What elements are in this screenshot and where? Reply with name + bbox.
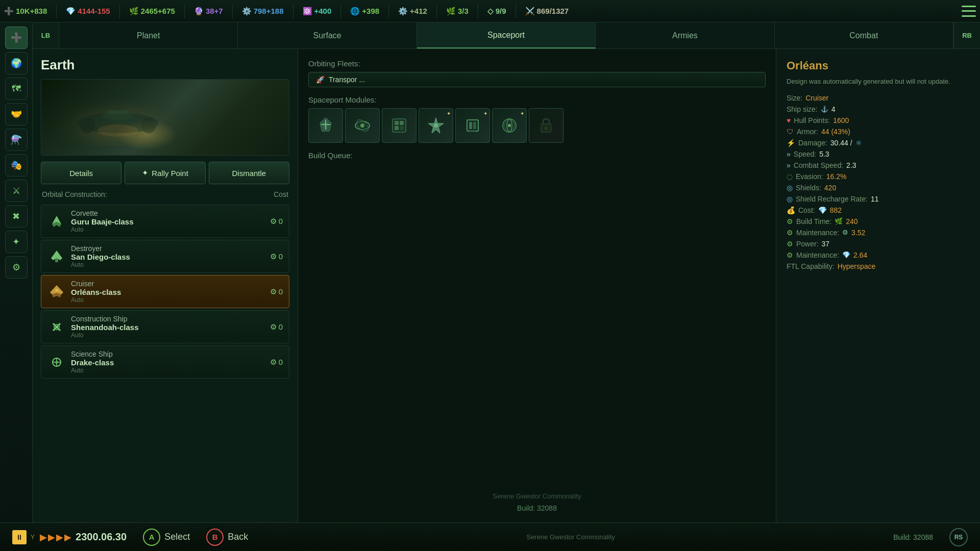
faction-name: Serene Gwestor Commonality [526, 533, 615, 541]
cruiser-info: Cruiser Orléans-class Auto [71, 280, 265, 304]
tab-lb[interactable]: LB [33, 22, 59, 48]
tab-armies[interactable]: Armies [596, 22, 774, 48]
unity-icon: ⚙️ [242, 7, 252, 16]
top-bar-right [962, 6, 976, 17]
sidebar-item-masks[interactable]: 🎭 [5, 154, 28, 177]
arrow-2: ▶ [48, 532, 55, 543]
destroyer-cost: ⚙ 0 [270, 252, 283, 261]
svg-rect-38 [469, 122, 472, 129]
arrow-1: ▶ [40, 532, 47, 543]
fleet-item[interactable]: 🚀 Transpor ... [308, 72, 766, 87]
module-icons: ✦ ✦ [308, 108, 766, 143]
resource-influence: 🔮 38+7 [194, 7, 223, 16]
select-button[interactable]: A Select [143, 529, 190, 546]
tab-combat[interactable]: Combat [775, 22, 953, 48]
detail-armor: 🛡 Armor: 44 (43%) [787, 128, 970, 136]
resource-fleet: ⚔️ 869/1327 [525, 7, 569, 16]
rally-point-button[interactable]: ✦ Rally Point [125, 162, 205, 184]
bottom-right: RS [949, 528, 968, 546]
construction-item-construction-ship[interactable]: Construction Ship Shenandoah-class Auto … [41, 310, 289, 343]
construction-item-corvette[interactable]: Corvette Guru Baaje-class Auto ⚙ 0 [41, 205, 289, 238]
svg-rect-4 [108, 110, 128, 114]
center-panel: Orbiting Fleets: 🚀 Transpor ... Spacepor… [298, 49, 776, 522]
dismantle-button[interactable]: Dismantle [209, 162, 289, 184]
construction-item-destroyer[interactable]: Destroyer San Diego-class Auto ⚙ 0 [41, 240, 289, 273]
module-star-3: ✦ [447, 111, 451, 116]
svg-point-5 [80, 118, 95, 133]
sidebar-item-stars[interactable]: ✦ [5, 231, 28, 253]
construction-header: Orbital Construction: Cost [41, 190, 289, 198]
planet-title: Earth [41, 57, 289, 73]
construction-item-science-ship[interactable]: Science Ship Drake-class Auto ⚙ 0 [41, 345, 289, 379]
resource-food: 🌐 +398 [350, 7, 379, 16]
module-1[interactable] [345, 108, 380, 143]
pops-icon: 🌿 [446, 7, 456, 16]
construction-item-cruiser[interactable]: Cruiser Orléans-class Auto ⚙ 0 [41, 275, 289, 308]
sidebar-item-add[interactable]: ➕ [5, 27, 28, 49]
cruiser-icon [47, 283, 66, 301]
tab-spaceport[interactable]: Spaceport [417, 22, 596, 48]
sidebar-item-planet[interactable]: 🌍 [5, 52, 28, 74]
sidebar-item-crossed[interactable]: ✖ [5, 205, 28, 228]
detail-evasion: ◌ Evasion: 16.2% [787, 172, 970, 181]
pause-icon[interactable]: ⏸ [12, 530, 27, 544]
detail-shields: ◎ Shields: 420 [787, 184, 970, 192]
sidebar-item-map[interactable]: 🗺 [5, 78, 28, 100]
action-buttons: Details ✦ Rally Point Dismantle [41, 162, 289, 184]
rally-point-icon: ✦ [142, 168, 149, 178]
module-5[interactable]: ✦ [492, 108, 527, 143]
influence-icon: 🔮 [194, 7, 204, 16]
center-footer: Serene Gwestor Commonality Build: 32088 [308, 492, 766, 512]
svg-rect-30 [393, 119, 406, 132]
build-value: Build: 32088 [308, 504, 766, 512]
resource-pops: 🌿 3/3 [446, 7, 469, 16]
game-date: 2300.06.30 [76, 531, 127, 543]
tab-surface[interactable]: Surface [238, 22, 416, 48]
svg-rect-37 [467, 120, 478, 131]
production-icon: ⚙️ [398, 7, 408, 16]
module-4[interactable]: ✦ [455, 108, 490, 143]
health-icon: ➕ [4, 7, 14, 16]
top-bar: ➕ 10K+838 💎 4144-155 🌿 2465+675 🔮 38+7 ⚙… [0, 0, 980, 22]
svg-rect-34 [400, 126, 404, 130]
tab-rb[interactable]: RB [953, 22, 980, 48]
cost-icon: ⚙ [270, 217, 277, 226]
sidebar-item-tech[interactable]: ⚗️ [5, 129, 28, 151]
science-ship-icon [47, 353, 66, 371]
module-3[interactable]: ✦ [419, 108, 453, 143]
sidebar-item-settings[interactable]: ⚙ [5, 256, 28, 279]
sidebar-item-military[interactable]: ⚔ [5, 180, 28, 202]
svg-rect-33 [395, 126, 399, 130]
module-0[interactable] [308, 108, 343, 143]
module-2[interactable] [382, 108, 416, 143]
menu-icon[interactable] [962, 6, 976, 17]
detail-damage: ⚡ Damage: 30.44 / ⚛ [787, 139, 970, 147]
detail-ftl: FTL Capability: Hyperspace [787, 262, 970, 270]
planet-image [41, 79, 289, 156]
corvette-cost: ⚙ 0 [270, 217, 283, 226]
detail-combat-speed: » Combat Speed: 2.3 [787, 161, 970, 169]
detail-cost: 💰 Cost: 💎 882 [787, 206, 970, 214]
ship-detail-title: Orléans [787, 59, 970, 72]
module-star-5: ✦ [520, 111, 524, 116]
corvette-icon [47, 212, 66, 231]
science-icon: ⚛️ [303, 7, 312, 16]
pause-section: ⏸ Y ▶ ▶ ▶ ▶ 2300.06.30 [12, 530, 127, 544]
svg-rect-32 [400, 121, 404, 125]
minerals-icon: 💎 [66, 7, 76, 16]
module-6-locked[interactable] [529, 108, 564, 143]
detail-speed: » Speed: 5.3 [787, 150, 970, 158]
cost-icon-2: ⚙ [270, 252, 277, 261]
orbiting-fleets-section: Orbiting Fleets: 🚀 Transpor ... [308, 59, 766, 87]
cruiser-cost: ⚙ 0 [270, 287, 283, 296]
cost-icon-4: ⚙ [270, 322, 277, 332]
svg-rect-46 [546, 128, 547, 131]
build-queue-section: Build Queue: [308, 151, 766, 160]
construction-ship-cost: ⚙ 0 [270, 322, 283, 332]
back-button[interactable]: B Back [206, 529, 248, 546]
sidebar-item-diplomacy[interactable]: 🤝 [5, 103, 28, 126]
tab-planet[interactable]: Planet [59, 22, 238, 48]
faction-label: Serene Gwestor Commonality [308, 492, 766, 500]
details-button[interactable]: Details [41, 162, 121, 184]
destroyer-info: Destroyer San Diego-class Auto [71, 244, 265, 268]
